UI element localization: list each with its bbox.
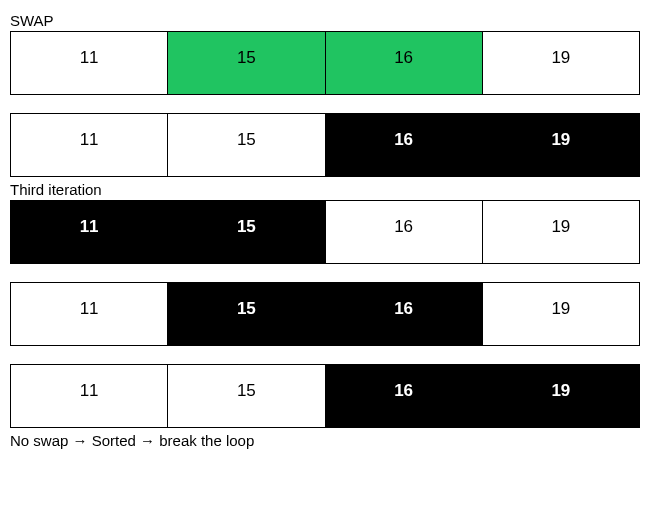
- array-row: 11 15 16 19: [10, 113, 640, 177]
- array-row: 11 15 16 19: [10, 364, 640, 428]
- array-cell: 11: [11, 365, 168, 427]
- array-cell: 19: [483, 201, 639, 263]
- array-cell: 15: [168, 114, 325, 176]
- array-row: 11 15 16 19: [10, 282, 640, 346]
- no-swap-label: No swap → Sorted → break the loop: [10, 432, 641, 449]
- array-cell: 16: [326, 365, 483, 427]
- array-row: 11 15 16 19: [10, 200, 640, 264]
- array-cell: 11: [11, 114, 168, 176]
- array-cell: 16: [326, 114, 483, 176]
- array-cell: 19: [483, 283, 639, 345]
- array-row: 11 15 16 19: [10, 31, 640, 95]
- array-cell: 19: [483, 365, 639, 427]
- array-cell: 16: [326, 283, 483, 345]
- array-cell: 19: [483, 32, 639, 94]
- array-cell: 16: [326, 32, 483, 94]
- array-cell: 11: [11, 32, 168, 94]
- array-cell: 15: [168, 283, 325, 345]
- third-iteration-label: Third iteration: [10, 181, 641, 198]
- array-cell: 15: [168, 32, 325, 94]
- array-cell: 19: [483, 114, 639, 176]
- array-cell: 15: [168, 201, 325, 263]
- array-cell: 16: [326, 201, 483, 263]
- array-cell: 15: [168, 365, 325, 427]
- swap-label: SWAP: [10, 12, 641, 29]
- array-cell: 11: [11, 201, 168, 263]
- array-cell: 11: [11, 283, 168, 345]
